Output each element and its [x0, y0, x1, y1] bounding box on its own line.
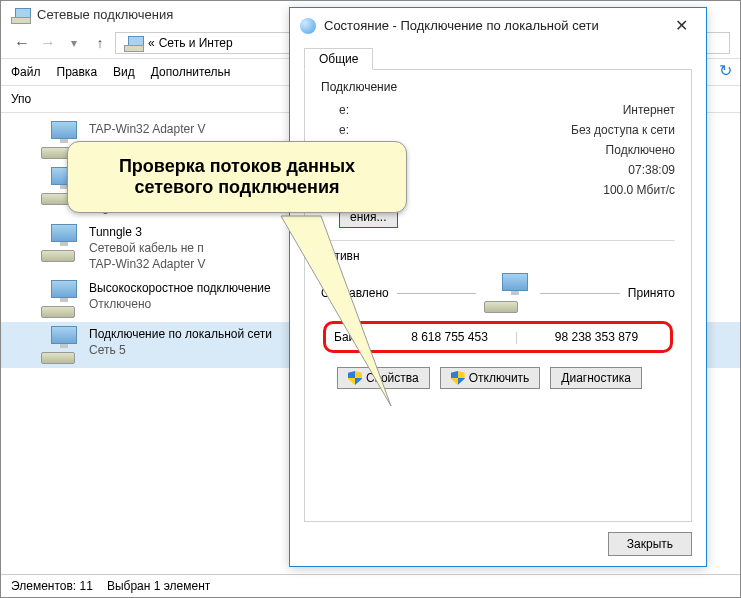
network-icon — [124, 36, 144, 50]
connection-icon — [41, 326, 81, 364]
item-adapter: TAP-Win32 Adapter V — [89, 121, 206, 137]
menu-view[interactable]: Вид — [113, 65, 135, 79]
window-title: Сетевые подключения — [37, 7, 173, 22]
diagnose-label: Диагностика — [561, 371, 631, 385]
row-label: е: — [339, 103, 349, 117]
breadcrumb-text: Сеть и Интер — [159, 36, 233, 50]
item-status: Отключено — [89, 296, 271, 312]
network-connections-icon — [11, 8, 31, 22]
item-network: Сеть 5 — [89, 342, 272, 358]
connection-header: Подключение — [321, 80, 675, 94]
refresh-button[interactable]: ↻ — [719, 61, 732, 80]
back-button[interactable]: ← — [11, 32, 33, 54]
menu-extra[interactable]: Дополнительн — [151, 65, 231, 79]
breadcrumb-chevron: « — [148, 36, 155, 50]
close-dialog-button[interactable]: Закрыть — [608, 532, 692, 556]
item-name: Высокоскоростное подключение — [89, 280, 271, 296]
activity-icon — [484, 273, 532, 313]
row-value: 07:38:09 — [628, 163, 675, 177]
row-value: Без доступа к сети — [571, 123, 675, 137]
organize-button[interactable]: Упо — [11, 92, 31, 106]
item-name: Tunngle 3 — [89, 224, 206, 240]
dialog-title: Состояние - Подключение по локальной сет… — [324, 18, 599, 33]
status-bar: Элементов: 11 Выбран 1 элемент — [1, 574, 740, 597]
connection-icon — [41, 224, 81, 262]
item-status: Сетевой кабель не п — [89, 240, 206, 256]
connection-icon — [41, 280, 81, 318]
svg-marker-0 — [281, 216, 391, 406]
recent-dropdown[interactable]: ▾ — [63, 32, 85, 54]
up-button[interactable]: ↑ — [89, 32, 111, 54]
status-count: Элементов: 11 — [11, 579, 93, 593]
callout-line2: сетевого подключения — [84, 177, 390, 198]
row-value: 100.0 Мбит/с — [603, 183, 675, 197]
forward-button[interactable]: → — [37, 32, 59, 54]
row-label: е: — [339, 123, 349, 137]
network-status-icon — [300, 18, 316, 34]
bytes-received-value: 98 238 353 879 — [531, 330, 662, 344]
item-adapter: TAP-Win32 Adapter V — [89, 256, 206, 272]
menu-edit[interactable]: Правка — [57, 65, 98, 79]
row-value: Интернет — [623, 103, 675, 117]
row-ipv4: е: Интернет — [321, 100, 675, 120]
tab-general[interactable]: Общие — [304, 48, 373, 70]
item-name: Подключение по локальной сети — [89, 326, 272, 342]
annotation-callout: Проверка потоков данных сетевого подключ… — [67, 141, 407, 213]
diagnose-button[interactable]: Диагностика — [550, 367, 642, 389]
close-button[interactable]: ✕ — [666, 16, 696, 35]
menu-file[interactable]: Файл — [11, 65, 41, 79]
disable-label: Отключить — [469, 371, 530, 385]
received-label: Принято — [628, 286, 675, 300]
status-selected: Выбран 1 элемент — [107, 579, 210, 593]
dialog-title-bar: Состояние - Подключение по локальной сет… — [290, 8, 706, 43]
callout-line1: Проверка потоков данных — [84, 156, 390, 177]
row-ipv6: е: Без доступа к сети — [321, 120, 675, 140]
row-value: Подключено — [606, 143, 675, 157]
